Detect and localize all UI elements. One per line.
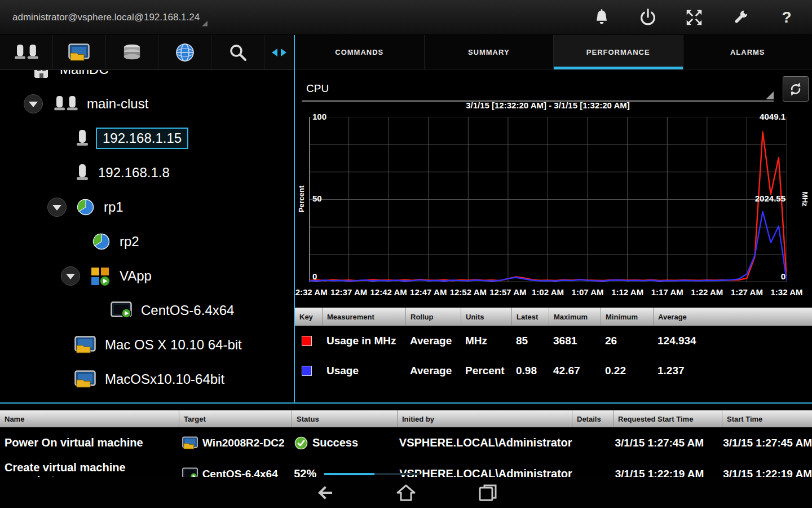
task-target: Win2008R2-DC2	[202, 437, 285, 449]
right-axis-tick: 0	[781, 271, 785, 281]
task-initiated-by: VSPHERE.LOCAL\Administrator	[395, 467, 570, 477]
left-axis-label: Percent	[297, 179, 306, 219]
expander-icon[interactable]	[24, 94, 43, 113]
toolbar-search-button[interactable]	[211, 35, 264, 69]
vm-icon	[182, 467, 198, 478]
help-icon[interactable]: ?	[776, 7, 797, 28]
success-check-icon	[294, 436, 308, 450]
column-header: Requested Start Time	[613, 410, 722, 427]
task-initiated-by: VSPHERE.LOCAL\Administrator	[395, 436, 570, 449]
task-row[interactable]: Power On virtual machine Win2008R2-DC2 S…	[0, 427, 812, 458]
tree-item-macos-10-10[interactable]: Mac OS X 10.10 64-bit	[0, 327, 294, 362]
vm-icon	[74, 370, 96, 388]
series-key-swatch	[302, 336, 312, 346]
left-axis-tick: 0	[312, 271, 317, 281]
x-axis-tick: 12:32 AM	[295, 287, 328, 297]
inventory-toolbar	[0, 35, 294, 70]
tree-item-main-clust[interactable]: main-clust	[0, 86, 294, 121]
host-icon	[76, 163, 89, 182]
series-key-swatch	[302, 366, 312, 376]
tree-item-rp1[interactable]: rp1	[0, 190, 294, 224]
column-header: Maximum	[549, 308, 601, 326]
tab-summary[interactable]: SUMMARY	[425, 35, 554, 69]
tree-item-centos[interactable]: CentOS-6.4x64	[0, 293, 294, 327]
tree-item-maindc[interactable]: MainDC	[0, 70, 294, 86]
metric-label: CPU	[306, 82, 329, 95]
task-row[interactable]: Create virtual machine snapshot CentOS-6…	[0, 458, 812, 477]
toolbar-virtual-machines-button[interactable]	[53, 35, 106, 69]
task-start-time: 3/1/15 1:27:45 AM	[718, 437, 812, 449]
x-axis-tick: 1:07 AM	[572, 287, 604, 297]
back-icon[interactable]	[313, 481, 336, 504]
tree-item-rp2[interactable]: rp2	[0, 224, 294, 259]
task-status: Success	[312, 436, 358, 449]
x-axis-tick: 1:02 AM	[532, 287, 564, 297]
task-target: CentOS-6.4x64	[202, 468, 278, 478]
expander-icon[interactable]	[61, 266, 80, 286]
column-header: Start Time	[722, 410, 812, 427]
metric-spinner[interactable]: CPU	[302, 76, 774, 102]
tree-item-vapp[interactable]: VApp	[0, 259, 294, 293]
collapse-panel-icon[interactable]	[264, 35, 294, 69]
left-axis-tick: 100	[312, 112, 326, 121]
measurements-header-row: Key Measurement Rollup Units Latest Maxi…	[295, 308, 812, 326]
vapp-icon	[90, 266, 111, 286]
x-axis-tick: 1:17 AM	[651, 287, 683, 297]
x-axis-tick: 1:12 AM	[611, 287, 643, 297]
right-axis-label: MHz	[801, 179, 809, 219]
left-axis-tick: 50	[312, 194, 322, 203]
recents-icon[interactable]	[476, 481, 499, 504]
toolbar-storage-button[interactable]	[106, 35, 159, 69]
task-start-time: 3/1/15 1:22:19 AM	[718, 468, 812, 478]
session-title: administrator@vsphere.local@192.168.1.24	[12, 12, 200, 23]
right-axis-tick: 2024.55	[755, 194, 785, 203]
tree-item-host-192-168-1-15[interactable]: 192.168.1.15	[0, 121, 294, 155]
column-header: Target	[179, 410, 292, 427]
tasks-header-row: Name Target Status Initied by Details Re…	[0, 410, 812, 427]
vm-icon	[182, 436, 198, 450]
toolbar-hosts-clusters-button[interactable]	[0, 35, 53, 69]
measurement-row[interactable]: Usage in MHz Average MHz 85 3681 26 124.…	[295, 326, 812, 356]
fullscreen-icon[interactable]	[683, 7, 705, 28]
tab-alarms[interactable]: ALARMS	[683, 35, 812, 69]
column-header: Status	[292, 410, 397, 427]
power-icon[interactable]	[637, 7, 659, 28]
inventory-tree: MainDC main-clust 192.168.1.15 192.168.1…	[0, 70, 294, 402]
session-title-spinner[interactable]: administrator@vsphere.local@192.168.1.24	[12, 12, 208, 23]
tree-item-host-192-168-1-8[interactable]: 192.168.1.8	[0, 155, 294, 190]
wrench-settings-icon[interactable]	[730, 7, 751, 28]
status-bar: administrator@vsphere.local@192.168.1.24…	[0, 0, 812, 35]
detail-panel: COMMANDS SUMMARY PERFORMANCE ALARMS CPU …	[295, 35, 812, 402]
tab-performance[interactable]: PERFORMANCE	[554, 35, 683, 69]
task-requested-start-time: 3/1/15 1:27:45 AM	[610, 437, 718, 449]
column-header: Latest	[511, 308, 549, 326]
refresh-button[interactable]	[783, 76, 809, 102]
task-progress-bar	[324, 473, 420, 475]
x-axis-tick: 12:37 AM	[330, 287, 367, 297]
vm-icon	[74, 336, 96, 354]
column-header: Initied by	[397, 410, 572, 427]
alarm-bell-icon[interactable]	[591, 7, 612, 28]
refresh-icon	[787, 81, 804, 98]
datacenter-icon	[32, 70, 51, 79]
task-name: Create virtual machine snapshot	[0, 461, 178, 478]
selected-tree-label: 192.168.1.15	[96, 128, 188, 149]
expander-icon[interactable]	[47, 198, 67, 217]
tab-commands[interactable]: COMMANDS	[295, 35, 425, 69]
column-header: Measurement	[322, 308, 405, 326]
home-icon[interactable]	[395, 481, 417, 504]
task-name: Power On virtual machine	[0, 436, 178, 449]
performance-chart: 3/1/15 [12:32:20 AM] - 3/1/15 [1:32:20 A…	[295, 100, 812, 305]
host-icon	[76, 129, 89, 148]
tree-item-clipped[interactable]	[0, 396, 294, 402]
spinner-caret-icon	[766, 91, 774, 99]
x-axis-tick: 1:22 AM	[691, 287, 723, 297]
tree-item-macosx-10-10[interactable]: MacOSx10.10-64bit	[0, 362, 294, 396]
resource-pool-icon	[77, 198, 95, 216]
detail-tabs: COMMANDS SUMMARY PERFORMANCE ALARMS	[295, 35, 812, 70]
cluster-icon	[53, 95, 78, 113]
metric-row: CPU	[302, 76, 809, 102]
vm-running-icon	[111, 301, 132, 319]
measurement-row[interactable]: Usage Average Percent 0.98 42.67 0.22 1.…	[295, 356, 812, 386]
toolbar-networks-button[interactable]	[158, 35, 211, 69]
